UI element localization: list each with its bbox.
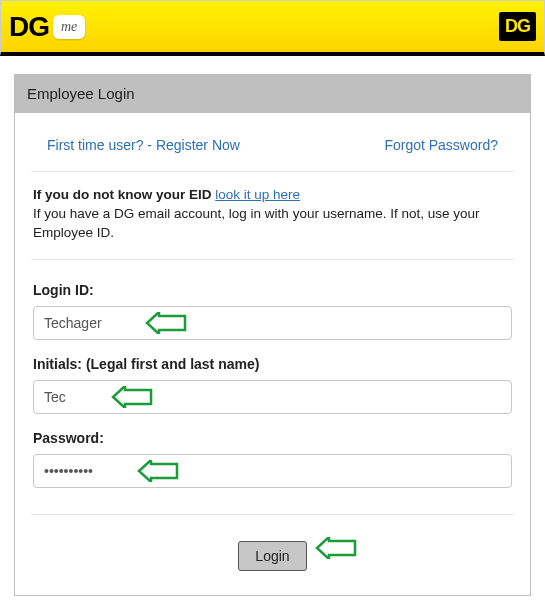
logo-right-text: DG: [505, 16, 530, 36]
lookup-eid-link[interactable]: look it up here: [215, 187, 300, 202]
login-id-input[interactable]: [33, 306, 512, 340]
password-input[interactable]: [33, 454, 512, 488]
instructions-text: If you have a DG email account, log in w…: [33, 206, 479, 240]
login-panel: Employee Login First time user? - Regist…: [14, 74, 531, 596]
logo-dg-text: DG: [9, 11, 49, 43]
info-block: If you do not know your EID look it up h…: [31, 186, 514, 260]
forgot-password-link[interactable]: Forgot Password?: [384, 137, 498, 153]
login-button[interactable]: Login: [238, 541, 306, 571]
logo-me-bubble: me: [53, 15, 85, 39]
password-label: Password:: [33, 430, 512, 446]
form-section: Login ID: Initials: (Legal first and las…: [31, 282, 514, 515]
button-row: Login: [31, 515, 514, 571]
logo-left: DG me: [9, 11, 85, 43]
initials-label: Initials: (Legal first and last name): [33, 356, 512, 372]
password-wrap: [33, 454, 512, 488]
page-container: Employee Login First time user? - Regist…: [0, 56, 545, 606]
top-header: DG me DG: [0, 0, 545, 56]
logo-right: DG: [499, 12, 536, 41]
login-id-label: Login ID:: [33, 282, 512, 298]
panel-body: First time user? - Register Now Forgot P…: [15, 113, 530, 595]
register-link[interactable]: First time user? - Register Now: [47, 137, 240, 153]
helper-links-row: First time user? - Register Now Forgot P…: [31, 131, 514, 172]
panel-title: Employee Login: [15, 75, 530, 113]
eid-prefix-text: If you do not know your EID: [33, 187, 215, 202]
initials-wrap: [33, 380, 512, 414]
login-id-wrap: [33, 306, 512, 340]
initials-input[interactable]: [33, 380, 512, 414]
arrow-left-icon: [315, 537, 357, 559]
